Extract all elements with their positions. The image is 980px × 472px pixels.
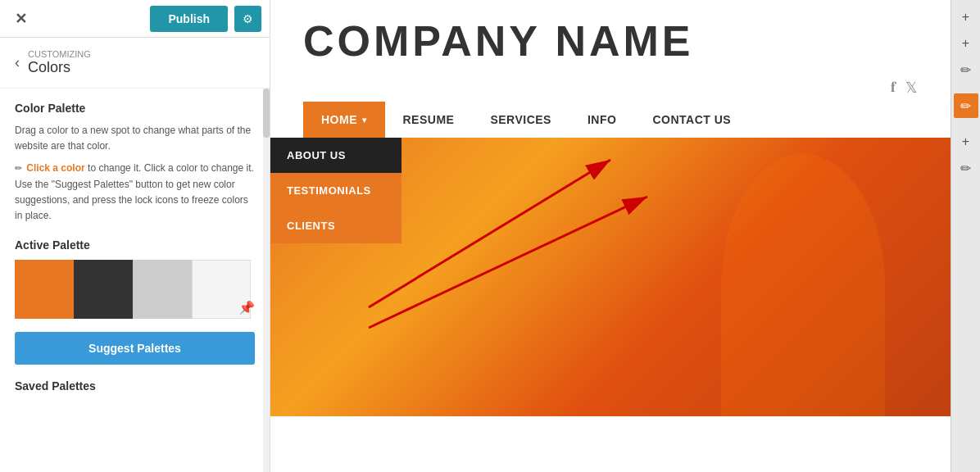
toolbar-add-2[interactable]: +: [954, 31, 978, 56]
scroll-thumb[interactable]: [263, 88, 270, 138]
left-panel: ✕ Publish ⚙ ‹ Customizing Colors Color P…: [0, 0, 270, 472]
swatch-orange[interactable]: [15, 260, 74, 319]
palette-description-1: Drag a color to a new spot to change wha…: [15, 123, 255, 154]
dropdown-menu: ABOUT US TESTIMONIALS CLIENTS: [270, 138, 402, 243]
dropdown-item-clients[interactable]: CLIENTS: [270, 208, 402, 243]
home-label: HOME: [321, 113, 357, 126]
scroll-track: [263, 88, 270, 472]
nav-item-home[interactable]: HOME ▾: [303, 102, 385, 138]
color-palette-title: Color Palette: [15, 102, 255, 115]
pin-icon[interactable]: 📌: [238, 300, 255, 315]
pencil-icon: ✏: [15, 163, 22, 173]
dropdown-item-about[interactable]: ABOUT US: [270, 138, 402, 173]
nav-item-resume[interactable]: RESUME: [385, 102, 473, 138]
swatch-dark[interactable]: [74, 260, 133, 319]
toolbar-add-3[interactable]: +: [954, 129, 978, 154]
breadcrumb-area: ‹ Customizing Colors: [0, 38, 270, 88]
suggest-palettes-button[interactable]: Suggest Palettes: [15, 332, 255, 365]
website-area: COMPANY NAME 𝐟 𝕏 HOME ▾ RESUME SERVICES …: [270, 0, 951, 472]
hero-silhouette: [721, 154, 885, 416]
company-name: COMPANY NAME: [303, 16, 918, 66]
toolbar-pencil-2[interactable]: ✏: [954, 156, 978, 180]
facebook-icon[interactable]: 𝐟: [891, 79, 896, 97]
palette-swatches: 📌: [15, 260, 255, 319]
close-button[interactable]: ✕: [8, 7, 34, 31]
publish-button[interactable]: Publish: [150, 6, 228, 32]
palette-description-2: ✏ Click a color to change it. Click a co…: [15, 161, 255, 224]
nav-item-services[interactable]: SERVICES: [472, 102, 569, 138]
nav-item-contact[interactable]: CONTACT US: [634, 102, 749, 138]
customizing-label: Customizing: [28, 49, 91, 59]
right-panel: COMPANY NAME 𝐟 𝕏 HOME ▾ RESUME SERVICES …: [270, 0, 980, 472]
back-button[interactable]: ‹: [15, 54, 20, 71]
dropdown-item-testimonials[interactable]: TESTIMONIALS: [270, 173, 402, 208]
site-header: COMPANY NAME: [270, 0, 951, 74]
top-bar: ✕ Publish ⚙: [0, 0, 270, 38]
click-color-link[interactable]: Click a color: [26, 162, 84, 174]
color-palette-section: Color Palette Drag a color to a new spot…: [15, 102, 255, 224]
toolbar-pencil-1[interactable]: ✏: [954, 57, 978, 82]
nav-wrapper: HOME ▾ RESUME SERVICES INFO CONTACT US A…: [270, 102, 951, 138]
toolbar-pencil-orange[interactable]: ✏: [954, 93, 978, 118]
right-toolbar: + + ✏ ✏ + ✏: [951, 0, 980, 472]
twitter-icon[interactable]: 𝕏: [905, 79, 918, 97]
breadcrumb-text: Customizing Colors: [28, 49, 91, 76]
swatch-lightgray[interactable]: [133, 260, 192, 319]
scroll-area: Color Palette Drag a color to a new spot…: [0, 88, 270, 472]
toolbar-add-1[interactable]: +: [954, 5, 978, 30]
social-bar: 𝐟 𝕏: [270, 74, 951, 102]
saved-palettes-title: Saved Palettes: [15, 379, 255, 393]
settings-button[interactable]: ⚙: [234, 6, 261, 32]
nav-item-info[interactable]: INFO: [569, 102, 634, 138]
dropdown-arrow: ▾: [362, 116, 367, 125]
nav-bar: HOME ▾ RESUME SERVICES INFO CONTACT US: [270, 102, 951, 138]
section-title: Colors: [28, 59, 91, 76]
active-palette-title: Active Palette: [15, 238, 255, 252]
